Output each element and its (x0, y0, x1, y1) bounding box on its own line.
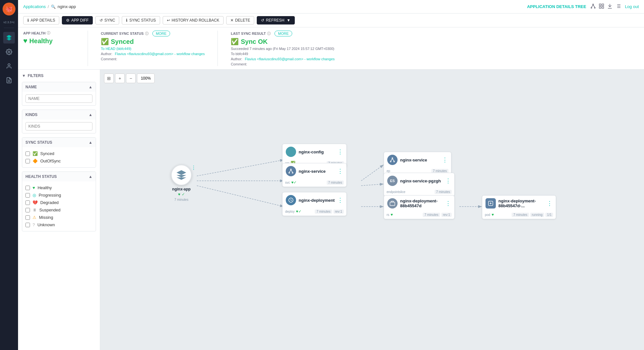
view-icon-grid[interactable] (599, 3, 604, 10)
graph-zoom-input[interactable]: 100% (137, 73, 155, 83)
filter-unknown-label: Unknown (37, 222, 55, 227)
nginx-service-svc-type-area: svc ♥✓ (285, 180, 297, 185)
nginx-config-header: nginx-config ⋮ (283, 144, 346, 160)
status-divider-1 (88, 31, 88, 66)
graph-fit-btn[interactable]: ⊞ (104, 73, 114, 83)
filter-healthy-checkbox[interactable] (25, 186, 30, 190)
sync-status-filter-body: ✅ Synced 🔶 OutOfSync (22, 147, 96, 167)
svg-line-24 (197, 186, 284, 207)
view-icon-tree[interactable] (607, 3, 613, 10)
history-rollback-button[interactable]: ↩ HISTORY AND ROLLBACK (163, 16, 224, 24)
svg-point-1 (8, 64, 10, 66)
refresh-button[interactable]: ↺ REFRESH ▼ (257, 16, 294, 24)
nginx-deployment-pod-header: nginx-deployment-88b45547d-... ⋮ (482, 196, 556, 211)
nginx-deployment-pod-footer: pod ♥ 7 minutes running 1/1 (482, 211, 556, 219)
nginx-deployment-icon (286, 195, 296, 205)
nginx-service-ep-name: nginx-service (400, 158, 439, 162)
app-details-tree-label[interactable]: APPLICATION DETAILS TREE (527, 4, 586, 9)
view-icon-list[interactable] (615, 3, 621, 10)
nginx-config-menu[interactable]: ⋮ (337, 148, 343, 155)
svg-line-32 (289, 170, 291, 172)
nginx-deployment-menu[interactable]: ⋮ (337, 197, 343, 204)
view-icon-network[interactable] (590, 3, 596, 10)
name-filter-chevron: ▲ (89, 85, 92, 89)
health-status-filter-section: HEALTH STATUS ▲ ♥ Healthy ◎ Progressing (22, 171, 96, 231)
filter-degraded-checkbox[interactable] (25, 200, 30, 205)
nginx-service-svc-menu[interactable]: ⋮ (337, 168, 343, 175)
nginx-pod-badges: 7 minutes running 1/1 (512, 213, 553, 217)
last-sync-section: LAST SYNC RESULT ⓘ MORE ✅ Sync OK Succee… (231, 31, 334, 66)
svg-rect-11 (599, 6, 601, 8)
name-filter-input[interactable] (25, 94, 92, 103)
suspended-icon: ⏸ (33, 208, 37, 212)
filter-missing-checkbox[interactable] (25, 215, 30, 220)
nginx-config-name: nginx-config (299, 150, 335, 154)
version-label: v2.3.3+c (4, 21, 14, 24)
svg-line-25 (361, 165, 384, 181)
content-area: ▼ FILTERS NAME ▲ KINDS (18, 70, 644, 350)
nginx-deployment-rs-menu[interactable]: ⋮ (445, 200, 451, 207)
last-sync-comment-row: Comment: (231, 62, 334, 66)
filter-progressing-checkbox[interactable] (25, 193, 30, 198)
graph-zoom-in-btn[interactable]: + (115, 73, 125, 83)
logout-button[interactable]: Log out (625, 4, 639, 9)
breadcrumb-app-name: nginx-app (58, 4, 76, 9)
current-sync-value: ✅ Synced (101, 38, 205, 45)
filter-unknown-row: ? Unknown (25, 221, 92, 228)
app-diff-button[interactable]: ⚙ APP DIFF (62, 16, 93, 24)
last-sync-more-button[interactable]: MORE (274, 31, 292, 36)
rail-icon-user[interactable] (3, 60, 15, 72)
sync-button[interactable]: ↺ SYNC (95, 16, 119, 24)
main-node-badge: 7 minutes (172, 198, 190, 202)
name-filter-header[interactable]: NAME ▲ (22, 82, 96, 92)
nginx-deployment-pod-name: nginx-deployment-88b45547d-... (498, 199, 544, 208)
nginx-service-pgzgh-name: nginx-service-pgzgh (400, 179, 443, 183)
history-icon: ↩ (167, 18, 170, 23)
nginx-service-pgzgh-menu[interactable]: ⋮ (445, 177, 451, 184)
delete-button[interactable]: ✕ DELETE (226, 16, 255, 24)
kinds-filter-input[interactable] (25, 122, 92, 131)
main-check-icon: ✓ (182, 192, 185, 197)
filter-degraded-row: 💔 Degraded (25, 199, 92, 206)
svg-line-33 (291, 170, 293, 172)
filter-synced-checkbox[interactable] (25, 151, 30, 156)
nginx-service-ep-menu[interactable]: ⋮ (442, 156, 448, 163)
left-rail: 🐙 v2.3.3+c (0, 0, 18, 350)
rail-icon-settings[interactable] (3, 46, 15, 58)
sync-status-filter-header[interactable]: SYNC STATUS ▲ (22, 138, 96, 147)
filter-suspended-checkbox[interactable] (25, 208, 30, 212)
app-details-button[interactable]: ℹ APP DETAILS (23, 16, 59, 24)
nginx-deployment-header: nginx-deployment ⋮ (283, 192, 346, 208)
app-logo: 🐙 (3, 3, 15, 15)
svg-line-38 (391, 159, 392, 161)
sync-icon: ↺ (100, 18, 103, 23)
filter-outofsync-checkbox[interactable] (25, 159, 30, 163)
breadcrumb-applications[interactable]: Applications (23, 4, 46, 9)
rail-icon-layers[interactable] (3, 32, 15, 44)
health-status-filter-chevron: ▲ (89, 174, 92, 179)
nginx-deployment-pod-menu[interactable]: ⋮ (547, 200, 553, 207)
health-status-filter-header[interactable]: HEALTH STATUS ▲ (22, 172, 96, 181)
svg-point-35 (392, 158, 393, 159)
filters-title: ▼ FILTERS (22, 73, 96, 78)
filter-unknown-checkbox[interactable] (25, 223, 30, 227)
app-diff-icon: ⚙ (66, 18, 70, 23)
svg-rect-10 (602, 4, 603, 5)
sync-status-button[interactable]: ℹ SYNC STATUS (122, 16, 160, 24)
svg-point-6 (594, 7, 595, 8)
kinds-filter-header[interactable]: KINDS ▲ (22, 110, 96, 120)
search-icon: 🔍 (51, 5, 56, 9)
nginx-pod-type-area: pod ♥ (485, 212, 494, 217)
filter-healthy-row: ♥ Healthy (25, 184, 92, 191)
last-sync-author-row: Author: Flavius <flaviuscdinu93@gmail.co… (231, 57, 334, 61)
main-node-menu[interactable]: ⋮ (191, 165, 196, 171)
main-node-name: nginx-app (172, 187, 190, 191)
nginx-rs-badges: 7 minutes rev:1 (423, 213, 452, 217)
last-sync-time: Succeeded 7 minutes ago (Fri May 17 2024… (231, 47, 334, 51)
nginx-deployment-pod-icon (485, 198, 496, 209)
current-sync-more-button[interactable]: MORE (152, 31, 170, 36)
graph-zoom-out-btn[interactable]: − (126, 73, 136, 83)
rail-icon-docs[interactable] (3, 74, 15, 86)
name-filter-body (22, 92, 96, 105)
status-bar: APP HEALTH ⓘ ♥ Healthy CURRENT SYNC STAT… (18, 27, 644, 70)
